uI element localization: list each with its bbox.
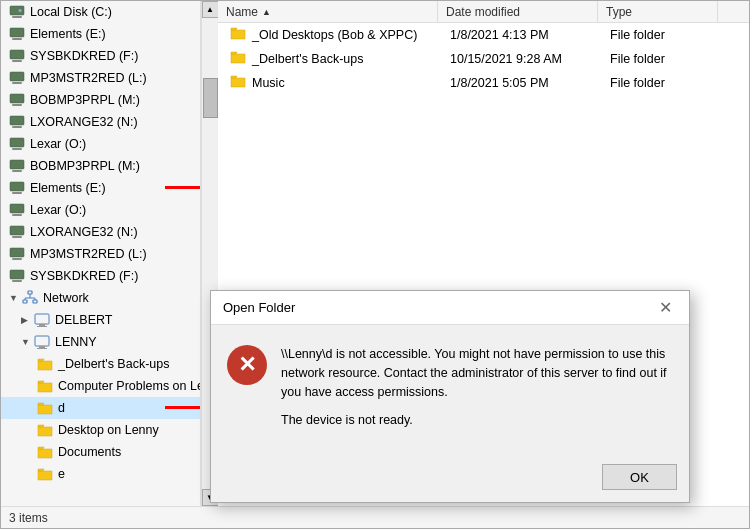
header-date[interactable]: Date modified xyxy=(438,1,598,22)
scrollbar-thumb[interactable] xyxy=(203,78,218,118)
svg-rect-27 xyxy=(28,291,32,294)
dialog-body: ✕ \\Lenny\d is not accessible. You might… xyxy=(211,325,689,456)
item-count: 3 items xyxy=(9,511,48,525)
svg-rect-16 xyxy=(12,170,22,172)
folder-icon xyxy=(230,75,246,91)
sidebar-item-lxorange32-n[interactable]: LXORANGE32 (N:) xyxy=(1,111,200,133)
sidebar-item-lxorange32-n2[interactable]: LXORANGE32 (N:) xyxy=(1,221,200,243)
scroll-up-btn[interactable]: ▲ xyxy=(202,1,219,18)
file-name-cell: _Delbert's Back-ups xyxy=(222,51,442,67)
folder-icon xyxy=(37,466,53,482)
sidebar-label: Elements (E:) xyxy=(30,181,106,195)
sidebar-item-elements-e[interactable]: Elements (E:) xyxy=(1,23,200,45)
svg-rect-22 xyxy=(12,236,22,238)
sidebar-item-elements-e2[interactable]: Elements (E:) ◀ xyxy=(1,177,200,199)
svg-rect-3 xyxy=(10,28,24,37)
sidebar-item-lexar-o[interactable]: Lexar (O:) xyxy=(1,133,200,155)
sidebar-label: LXORANGE32 (N:) xyxy=(30,115,138,129)
sidebar-item-d[interactable]: d ◀ xyxy=(1,397,200,419)
ok-button[interactable]: OK xyxy=(602,464,677,490)
dialog-titlebar: Open Folder ✕ xyxy=(211,291,689,325)
svg-rect-18 xyxy=(12,192,22,194)
sidebar-item-lenny[interactable]: ▼ LENNY xyxy=(1,331,200,353)
sidebar-label: Documents xyxy=(58,445,121,459)
file-list-header: Name ▲ Date modified Type xyxy=(218,1,749,23)
file-row[interactable]: _Delbert's Back-ups 10/15/2021 9:28 AM F… xyxy=(218,47,749,71)
drive-icon xyxy=(9,158,25,174)
svg-rect-5 xyxy=(10,50,24,59)
sidebar-label: DELBERT xyxy=(55,313,112,327)
error-icon: ✕ xyxy=(227,345,267,385)
sidebar-label: Network xyxy=(43,291,89,305)
sidebar-item-mp3mstr2red-l[interactable]: MP3MSTR2RED (L:) xyxy=(1,67,200,89)
svg-rect-38 xyxy=(39,346,45,348)
sidebar-item-bobmp3prpl-m2[interactable]: BOBMP3PRPL (M:) xyxy=(1,155,200,177)
svg-rect-11 xyxy=(10,116,24,125)
sidebar-label: Lexar (O:) xyxy=(30,203,86,217)
drive-icon xyxy=(9,268,25,284)
svg-rect-34 xyxy=(35,314,49,324)
status-bar: 3 items xyxy=(1,506,749,528)
sidebar-item-sysbkdkred-f[interactable]: SYSBKDKRED (F:) xyxy=(1,45,200,67)
folder-icon xyxy=(37,400,53,416)
sidebar: Local Disk (C:) Elements (E:) xyxy=(1,1,201,506)
svg-point-2 xyxy=(19,9,22,12)
sidebar-item-bobmp3prpl-m[interactable]: BOBMP3PRPL (M:) xyxy=(1,89,200,111)
file-row[interactable]: Music 1/8/2021 5:05 PM File folder xyxy=(218,71,749,95)
sidebar-item-local-disk-c[interactable]: Local Disk (C:) xyxy=(1,1,200,23)
sidebar-label: Desktop on Lenny xyxy=(58,423,159,437)
sidebar-item-delbert[interactable]: ▶ DELBERT xyxy=(1,309,200,331)
svg-rect-39 xyxy=(37,348,47,349)
svg-rect-35 xyxy=(39,324,45,326)
drive-icon xyxy=(9,48,25,64)
sidebar-item-computer-problems[interactable]: Computer Problems on Lenny xyxy=(1,375,200,397)
sidebar-label: BOBMP3PRPL (M:) xyxy=(30,159,140,173)
drive-icon xyxy=(9,92,25,108)
drive-icon xyxy=(9,114,25,130)
dialog-message-line2: The device is not ready. xyxy=(281,411,673,430)
svg-rect-8 xyxy=(12,82,22,84)
sidebar-item-network[interactable]: ▼ Network xyxy=(1,287,200,309)
header-name[interactable]: Name ▲ xyxy=(218,1,438,22)
file-type-cell: File folder xyxy=(602,28,722,42)
dialog-close-button[interactable]: ✕ xyxy=(653,296,677,320)
sidebar-item-lexar-o2[interactable]: Lexar (O:) xyxy=(1,199,200,221)
svg-rect-21 xyxy=(10,226,24,235)
folder-icon xyxy=(37,444,53,460)
dialog-message-line1: \\Lenny\d is not accessible. You might n… xyxy=(281,345,673,401)
computer-icon xyxy=(34,312,50,328)
computer-icon xyxy=(34,334,50,350)
drive-icon xyxy=(9,224,25,240)
svg-rect-26 xyxy=(12,280,22,282)
header-type[interactable]: Type xyxy=(598,1,718,22)
sidebar-label: BOBMP3PRPL (M:) xyxy=(30,93,140,107)
sidebar-label: Elements (E:) xyxy=(30,27,106,41)
sidebar-item-documents[interactable]: Documents xyxy=(1,441,200,463)
file-row[interactable]: _Old Desktops (Bob & XPPC) 1/8/2021 4:13… xyxy=(218,23,749,47)
red-arrow-line xyxy=(165,186,201,189)
sidebar-item-e[interactable]: e xyxy=(1,463,200,485)
dialog-footer: OK xyxy=(211,456,689,502)
red-arrow-line-d xyxy=(165,406,201,409)
folder-icon xyxy=(37,378,53,394)
svg-rect-12 xyxy=(12,126,22,128)
sidebar-item-mp3mstr2red-l2[interactable]: MP3MSTR2RED (L:) xyxy=(1,243,200,265)
sidebar-label: LXORANGE32 (N:) xyxy=(30,225,138,239)
sidebar-label: LENNY xyxy=(55,335,97,349)
drive-icon xyxy=(9,180,25,196)
folder-icon xyxy=(37,356,53,372)
svg-rect-13 xyxy=(10,138,24,147)
sidebar-item-desktop-on-lenny[interactable]: Desktop on Lenny xyxy=(1,419,200,441)
file-type-cell: File folder xyxy=(602,76,722,90)
sidebar-label: _Delbert's Back-ups xyxy=(58,357,169,371)
sidebar-label: d xyxy=(58,401,65,415)
open-folder-dialog: Open Folder ✕ ✕ \\Lenny\d is not accessi… xyxy=(210,290,690,503)
svg-rect-1 xyxy=(12,16,22,18)
sidebar-item-sysbkdkred-f2[interactable]: SYSBKDKRED (F:) xyxy=(1,265,200,287)
drive-icon xyxy=(9,26,25,42)
svg-rect-28 xyxy=(23,300,27,303)
file-date-cell: 1/8/2021 5:05 PM xyxy=(442,76,602,90)
sidebar-label: MP3MSTR2RED (L:) xyxy=(30,71,147,85)
drive-icon xyxy=(9,202,25,218)
sidebar-item-delberts-backups[interactable]: _Delbert's Back-ups xyxy=(1,353,200,375)
